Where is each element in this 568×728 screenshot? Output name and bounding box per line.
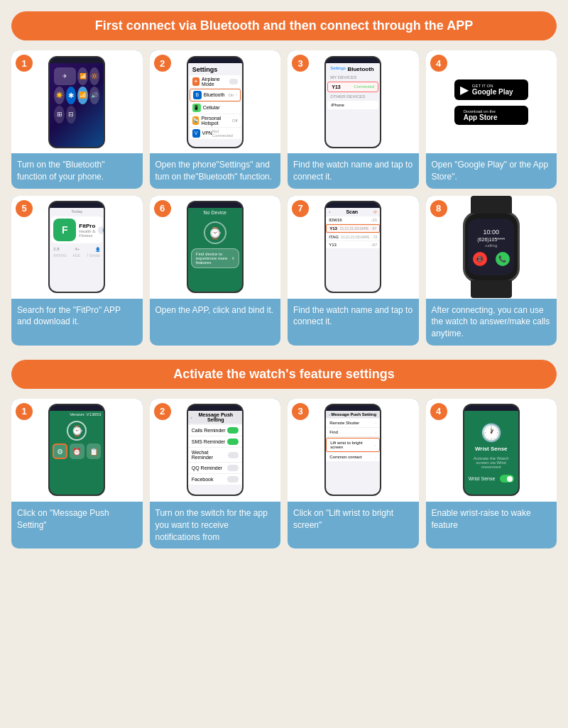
step2-image: 2 Settings ✈ Airplane Mode	[150, 50, 281, 153]
step-card-6: 6 No Device ⌚ Find device to experience …	[150, 196, 281, 346]
step2-1-phone: Version: V13653 ⌚ ⚙ ⏰ 📋	[48, 404, 105, 496]
steps-grid-2: 1 Version: V13653 ⌚ ⚙ ⏰ 📋	[11, 399, 557, 548]
step2-card-4: 4 🕐 Wrist Sense Activate the Watch scree…	[426, 399, 557, 548]
google-play-button[interactable]: ▶ GET IT ON Google Play	[454, 79, 528, 100]
section2-title: Activate the watch's feature settings	[173, 367, 394, 381]
step2-4-phone: 🕐 Wrist Sense Activate the Watch screen …	[463, 404, 520, 496]
step5-desc: Search for the "FitPro" APP and download…	[11, 299, 143, 346]
step-card-5: 5 Today F FitPro Health & Fitness GET	[11, 196, 143, 346]
get-button[interactable]: GET	[98, 226, 104, 234]
google-play-big-text: Google Play	[472, 88, 513, 96]
step8-watch: 10:00 (626)105**** calling 📵 📞	[456, 201, 527, 293]
step4-desc: Open "Google Play" or the App Store".	[426, 153, 557, 189]
step2-desc: Open the phone"Settings" and tum on the"…	[150, 153, 281, 189]
step2-4-desc: Enable wrist-raise to wake feature	[426, 502, 557, 548]
step2-1-image: 1 Version: V13653 ⌚ ⚙ ⏰ 📋	[11, 399, 143, 502]
step1-phone: ✈ 📶 🔆 ☀️ ✱ 📶 🔊 ⊞ ⊟	[48, 56, 105, 148]
step-card-3: 3 Settings Bluetooth MY DEVICES	[288, 50, 419, 189]
step8-desc: After connecting, you can use the watch …	[426, 299, 557, 346]
step7-desc: Find the watch name and tap to connect i…	[288, 299, 419, 346]
step1-image: 1 ✈ 📶 🔆 ☀️ ✱ �	[11, 50, 143, 153]
step-card-4: 4 ▶ GET IT ON Google Play Download on th…	[426, 50, 557, 189]
step2-card-3: 3 ‹ Message Push Setting Remote Shutter …	[288, 399, 419, 548]
step3-number: 3	[292, 55, 309, 72]
step2-3-desc: Click on "Lift wrist to bright screen"	[288, 502, 419, 548]
step2-3-number: 3	[292, 403, 309, 420]
appstore-big-text: App Store	[464, 114, 498, 121]
step6-image: 6 No Device ⌚ Find device to experience …	[150, 196, 281, 299]
step2-card-2: 2 ‹ Message Push Setting Calls Reminder	[150, 399, 281, 548]
step8-image: 8 10:00 (626)105**** calling 📵 📞	[426, 196, 557, 299]
step5-number: 5	[16, 200, 33, 217]
section1-title: First connect via Bluetooth and then con…	[95, 18, 473, 33]
step6-desc: Open the APP, click and bind it.	[150, 299, 281, 346]
step-card-8: 8 10:00 (626)105**** calling 📵 📞	[426, 196, 557, 346]
step4-image: 4 ▶ GET IT ON Google Play Download on th…	[426, 50, 557, 153]
step-card-1: 1 ✈ 📶 🔆 ☀️ ✱ �	[11, 50, 143, 189]
step5-image: 5 Today F FitPro Health & Fitness GET	[11, 196, 143, 299]
step6-phone: No Device ⌚ Find device to experience mo…	[187, 201, 244, 293]
step8-number: 8	[430, 200, 447, 217]
section2-header: Activate the watch's feature settings	[11, 360, 557, 389]
step2-2-desc: Turn on the switch for the app you want …	[150, 502, 281, 548]
step2-3-phone: ‹ Message Push Setting Remote Shutter › …	[324, 404, 381, 496]
step2-1-desc: Click on "Message Push Setting"	[11, 502, 143, 548]
step-card-2: 2 Settings ✈ Airplane Mode	[150, 50, 281, 189]
step-card-7: 7 ‹ Scan ⟳ IDW16 -21	[288, 196, 419, 346]
step2-number: 2	[154, 55, 171, 72]
step2-1-number: 1	[16, 403, 33, 420]
step2-2-image: 2 ‹ Message Push Setting Calls Reminder	[150, 399, 281, 502]
step2-3-image: 3 ‹ Message Push Setting Remote Shutter …	[288, 399, 419, 502]
step3-image: 3 Settings Bluetooth MY DEVICES	[288, 50, 419, 153]
step7-image: 7 ‹ Scan ⟳ IDW16 -21	[288, 196, 419, 299]
step1-desc: Turn on the "Bluetooth" function of your…	[11, 153, 143, 189]
appstore-small-text: Download on the	[464, 109, 498, 114]
steps-grid-1: 1 ✈ 📶 🔆 ☀️ ✱ �	[11, 50, 557, 346]
step1-number: 1	[16, 55, 33, 72]
step2-phone: Settings ✈ Airplane Mode B Bluetooth On …	[187, 56, 244, 148]
app-store-button[interactable]: Download on the App Store	[454, 106, 528, 125]
section1-header: First connect via Bluetooth and then con…	[11, 11, 557, 40]
step3-phone: Settings Bluetooth MY DEVICES Y13 Connec…	[324, 56, 381, 148]
step3-desc: Find the watch name and tap to connect i…	[288, 153, 419, 189]
step5-phone: Today F FitPro Health & Fitness GET 2.84	[48, 201, 105, 293]
step2-2-number: 2	[154, 403, 171, 420]
step7-number: 7	[292, 200, 309, 217]
step2-card-1: 1 Version: V13653 ⌚ ⚙ ⏰ 📋	[11, 399, 143, 548]
step2-2-phone: ‹ Message Push Setting Calls Reminder SM…	[187, 404, 244, 496]
step4-number: 4	[430, 55, 447, 72]
step7-phone: ‹ Scan ⟳ IDW16 -21 Y13 21:21:21:03:0APE …	[324, 201, 381, 293]
step2-4-number: 4	[430, 403, 447, 420]
step2-4-image: 4 🕐 Wrist Sense Activate the Watch scree…	[426, 399, 557, 502]
step6-number: 6	[154, 200, 171, 217]
